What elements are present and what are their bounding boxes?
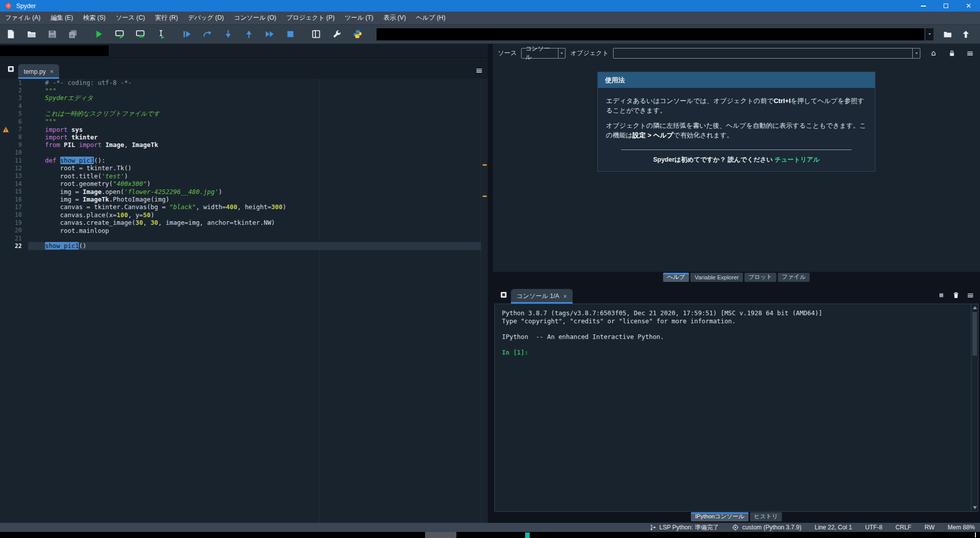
code-line-14[interactable]: 14 root.geometry("400x300")	[0, 180, 481, 187]
code-editor[interactable]: 1# -*- coding: utf-8 -*-2"""3Spyderエディタ4…	[0, 79, 481, 523]
console-pane-tab[interactable]: ヒストリ	[750, 512, 782, 521]
menu-item[interactable]: コンソール (O)	[229, 12, 282, 24]
lock-button[interactable]	[947, 48, 957, 58]
code-text[interactable]: これは一時的なスクリプトファイルです	[28, 110, 481, 118]
save-all-button[interactable]	[65, 27, 80, 42]
open-file-button[interactable]	[24, 27, 39, 42]
code-line-5[interactable]: 5これは一時的なスクリプトファイルです	[0, 110, 481, 118]
console-tab-1a[interactable]: コンソール 1/A ×	[511, 289, 573, 304]
browse-tabs-button[interactable]	[4, 62, 17, 75]
code-text[interactable]: def show_pic1():	[28, 157, 481, 164]
python-logo-button[interactable]	[350, 27, 365, 42]
maximize-pane-button[interactable]	[308, 27, 323, 42]
code-line-19[interactable]: 19 canvas.create_image(30, 30, image=img…	[0, 219, 481, 226]
code-text[interactable]	[28, 149, 481, 157]
step-return-button[interactable]	[241, 27, 256, 42]
save-button[interactable]	[44, 27, 60, 42]
code-line-2[interactable]: 2"""	[0, 86, 481, 94]
code-line-11[interactable]: 11def show_pic1():	[0, 157, 481, 164]
code-line-18[interactable]: 18 canvas.place(x=100, y=50)	[0, 211, 481, 219]
editor-scrollbar[interactable]	[481, 79, 488, 523]
code-text[interactable]: # -*- coding: utf-8 -*-	[28, 79, 481, 86]
close-button[interactable]: ✕	[957, 0, 980, 12]
code-line-6[interactable]: 6"""	[0, 118, 481, 125]
status-item[interactable]: Mem 88%	[948, 524, 975, 531]
code-line-12[interactable]: 12 root = tkinter.Tk()	[0, 164, 481, 172]
pane-tab[interactable]: ヘルプ	[663, 273, 689, 282]
minimize-button[interactable]	[912, 0, 935, 12]
code-line-22[interactable]: 22show_pic1()	[0, 242, 481, 250]
code-text[interactable]: root.geometry("400x300")	[28, 180, 481, 187]
menu-item[interactable]: 実行 (R)	[150, 12, 183, 24]
menu-item[interactable]: ソース (C)	[111, 12, 150, 24]
tab-close-icon[interactable]: ×	[564, 294, 567, 300]
step-over-button[interactable]	[200, 27, 215, 42]
menu-item[interactable]: ファイル (A)	[0, 12, 45, 24]
gutter[interactable]: 15	[0, 188, 28, 195]
continue-button[interactable]	[262, 27, 277, 42]
code-text[interactable]: """	[28, 86, 481, 94]
browse-tabs-button[interactable]	[497, 288, 510, 301]
code-text[interactable]: Spyderエディタ	[28, 94, 481, 102]
code-text[interactable]: canvas = tkinter.Canvas(bg = "black", wi…	[28, 203, 481, 211]
gutter[interactable]: 4	[0, 103, 28, 110]
code-text[interactable]: root.mainloop	[28, 226, 481, 234]
gutter[interactable]: 9	[0, 141, 28, 149]
code-text[interactable]: img = Image.open('flower-4252296__480.jp…	[28, 187, 481, 195]
code-line-20[interactable]: 20 root.mainloop	[0, 226, 481, 234]
code-text[interactable]	[28, 234, 481, 242]
menu-item[interactable]: ヘルプ (H)	[411, 12, 450, 24]
gutter[interactable]: 17	[0, 204, 28, 211]
home-button[interactable]: ⌂	[928, 48, 939, 58]
gutter[interactable]: 1	[0, 79, 28, 86]
working-directory-dropdown[interactable]	[925, 28, 934, 40]
code-line-8[interactable]: 8import tkinter	[0, 133, 481, 141]
gutter[interactable]: 6	[0, 118, 28, 125]
code-line-7[interactable]: 7import sys	[0, 125, 481, 133]
menu-item[interactable]: 表示 (V)	[379, 12, 411, 24]
gutter[interactable]: 5	[0, 110, 28, 117]
menu-item[interactable]: ツール (T)	[340, 12, 379, 24]
menu-item[interactable]: デバッグ (D)	[183, 12, 229, 24]
maximize-button[interactable]	[935, 0, 957, 12]
status-item[interactable]: UTF-8	[865, 524, 882, 531]
titlebar[interactable]: Spyder ✕	[0, 0, 980, 12]
status-item[interactable]: Line 22, Col 1	[815, 524, 852, 531]
code-text[interactable]: img = ImageTk.PhotoImage(img)	[28, 195, 481, 203]
gutter[interactable]: 22	[0, 242, 28, 250]
console-options-menu-icon[interactable]: ≡	[967, 291, 974, 300]
run-button[interactable]	[91, 27, 106, 42]
gutter[interactable]: 18	[0, 211, 28, 218]
code-text[interactable]: show_pic1()	[28, 242, 481, 250]
code-line-9[interactable]: 9from PIL import Image, ImageTk	[0, 141, 481, 149]
chevron-down-icon[interactable]	[912, 48, 920, 58]
gutter[interactable]: 13	[0, 172, 28, 179]
code-line-15[interactable]: 15 img = Image.open('flower-4252296__480…	[0, 187, 481, 195]
step-into-button[interactable]	[220, 27, 236, 42]
browse-working-directory-button[interactable]	[941, 27, 955, 41]
editor-tab-temp-py[interactable]: temp.py ×	[18, 64, 59, 79]
scroll-up-icon[interactable]	[973, 306, 977, 309]
console-scrollbar[interactable]	[971, 304, 978, 511]
tutorial-link[interactable]: チュートリアル	[775, 156, 820, 163]
code-text[interactable]: from PIL import Image, ImageTk	[28, 141, 481, 149]
code-line-16[interactable]: 16 img = ImageTk.PhotoImage(img)	[0, 195, 481, 203]
code-line-21[interactable]: 21	[0, 234, 481, 242]
parent-directory-button[interactable]	[959, 27, 973, 41]
code-line-17[interactable]: 17 canvas = tkinter.Canvas(bg = "black",…	[0, 203, 481, 211]
menu-item[interactable]: プロジェクト (P)	[282, 12, 340, 24]
menu-item[interactable]: 編集 (E)	[45, 12, 78, 24]
scroll-down-icon[interactable]	[973, 506, 977, 509]
gutter[interactable]: 19	[0, 219, 28, 226]
status-item[interactable]: LSP Python: 準備完了	[649, 523, 719, 532]
code-line-4[interactable]: 4	[0, 102, 481, 110]
menu-item[interactable]: 検索 (S)	[78, 12, 111, 24]
code-text[interactable]: root = tkinter.Tk()	[28, 164, 481, 172]
code-text[interactable]: import tkinter	[28, 133, 481, 141]
gutter[interactable]: 10	[0, 149, 28, 156]
working-directory-input[interactable]	[377, 28, 924, 40]
scrollbar-thumb[interactable]	[972, 312, 977, 356]
gutter[interactable]: 3	[0, 94, 28, 102]
run-cell-button[interactable]	[112, 27, 127, 42]
ipython-console[interactable]: Python 3.8.7 (tags/v3.8.7:6503f05, Dec 2…	[494, 304, 978, 512]
